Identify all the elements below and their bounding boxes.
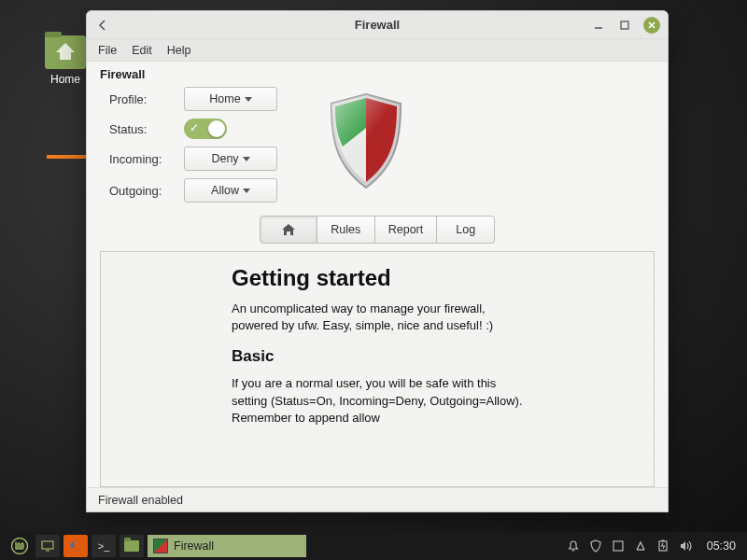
- menu-file[interactable]: File: [98, 44, 117, 57]
- menu-help[interactable]: Help: [167, 44, 191, 57]
- incoming-dropdown[interactable]: Deny: [184, 147, 277, 171]
- desktop-home-folder[interactable]: Home: [37, 35, 93, 86]
- svg-rect-7: [42, 541, 53, 549]
- folder-icon: [45, 35, 86, 69]
- start-menu-button[interactable]: [7, 535, 32, 557]
- doc-subheading: Basic: [232, 347, 523, 366]
- firefox-launcher[interactable]: [63, 535, 88, 557]
- status-text: Firewall enabled: [98, 494, 183, 507]
- minimize-button[interactable]: [591, 18, 606, 33]
- maximize-button[interactable]: [617, 18, 632, 33]
- back-icon[interactable]: [94, 17, 111, 34]
- window-tray-icon[interactable]: [612, 539, 625, 553]
- doc-paragraph: If you are a normal user, you will be sa…: [232, 375, 523, 427]
- menubar: File Edit Help: [87, 39, 668, 62]
- terminal-icon: >_: [98, 540, 110, 552]
- tabs: Rules Report Log: [260, 216, 496, 244]
- clock[interactable]: 05:30: [707, 539, 736, 553]
- home-icon: [281, 223, 296, 236]
- caret-down-icon: [245, 97, 252, 102]
- caret-down-icon: [243, 189, 250, 193]
- statusbar: Firewall enabled: [87, 487, 668, 511]
- window-title: Firewall: [87, 18, 668, 32]
- security-tray-icon[interactable]: [589, 539, 602, 553]
- system-tray: 05:30: [567, 539, 740, 553]
- taskbar-item-label: Firewall: [174, 539, 214, 553]
- doc-heading: Getting started: [232, 265, 523, 291]
- firefox-icon: [69, 539, 82, 553]
- mint-logo-icon: [11, 538, 28, 554]
- taskbar-item-firewall[interactable]: Firewall: [148, 535, 306, 557]
- profile-dropdown[interactable]: Home: [184, 87, 277, 111]
- volume-tray-icon[interactable]: [679, 539, 694, 553]
- network-tray-icon[interactable]: [634, 539, 647, 553]
- tab-report-label: Report: [388, 223, 424, 236]
- incoming-label: Incoming:: [109, 152, 184, 166]
- tab-home[interactable]: [260, 216, 317, 244]
- close-button[interactable]: [643, 17, 660, 34]
- caret-down-icon: [243, 157, 250, 161]
- folder-icon: [124, 540, 139, 552]
- battery-tray-icon[interactable]: [656, 539, 669, 553]
- section-header: Firewall: [100, 67, 655, 81]
- toggle-knob: [208, 120, 225, 137]
- check-icon: ✓: [190, 121, 199, 134]
- svg-rect-3: [621, 21, 628, 29]
- tab-report[interactable]: Report: [375, 216, 438, 244]
- desktop-icon: [41, 540, 54, 552]
- desktop-icon-label: Home: [37, 73, 93, 86]
- tab-rules-label: Rules: [331, 223, 360, 236]
- outgoing-value: Allow: [211, 184, 239, 197]
- files-launcher[interactable]: [120, 535, 144, 557]
- tab-log-label: Log: [456, 223, 475, 236]
- svg-rect-10: [613, 541, 623, 551]
- content-pane[interactable]: Getting started An uncomplicated way to …: [100, 251, 655, 487]
- menu-edit[interactable]: Edit: [132, 44, 152, 57]
- tab-log[interactable]: Log: [437, 216, 495, 244]
- terminal-launcher[interactable]: >_: [92, 535, 116, 557]
- status-toggle[interactable]: ✓: [184, 119, 227, 139]
- getting-started-doc: Getting started An uncomplicated way to …: [232, 265, 523, 440]
- taskbar: >_ Firewall 05:30: [0, 532, 747, 560]
- firewall-shield-icon: [324, 91, 408, 193]
- incoming-value: Deny: [211, 152, 238, 165]
- outgoing-dropdown[interactable]: Allow: [184, 178, 277, 203]
- profile-label: Profile:: [109, 92, 184, 106]
- firewall-window: Firewall File Edit Help Firewall Profile…: [86, 10, 669, 512]
- tab-rules[interactable]: Rules: [317, 216, 375, 244]
- profile-value: Home: [209, 92, 240, 105]
- doc-paragraph: An uncomplicated way to manage your fire…: [232, 301, 523, 334]
- status-label: Status:: [109, 122, 184, 136]
- svg-rect-13: [661, 540, 664, 542]
- titlebar[interactable]: Firewall: [87, 11, 668, 39]
- firewall-task-icon: [153, 539, 168, 553]
- show-desktop-button[interactable]: [35, 535, 60, 557]
- outgoing-label: Outgoing:: [109, 184, 184, 198]
- notifications-icon[interactable]: [567, 539, 580, 553]
- firewall-form: Profile: Home Status: ✓ Incoming: Deny O…: [109, 87, 277, 203]
